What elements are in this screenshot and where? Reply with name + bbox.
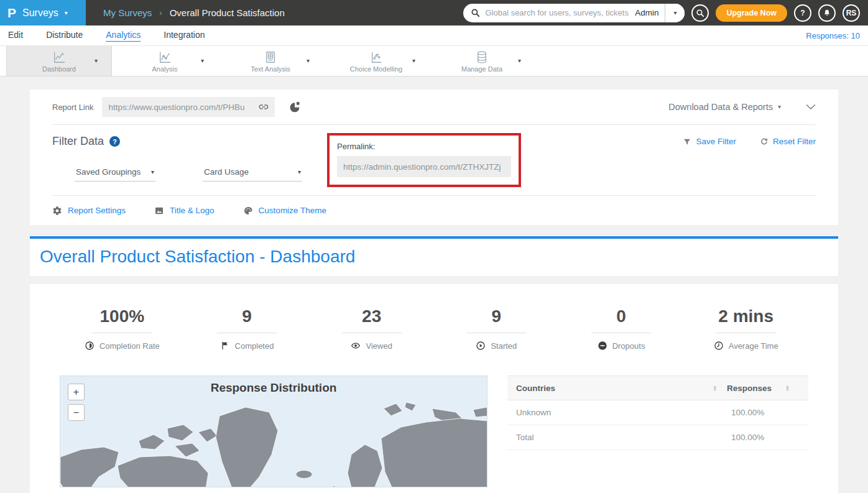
- stat-viewed: 23 Viewed: [309, 306, 434, 351]
- permalink-url: https://admin.questionpro.com/t/ZTHXJTZj: [343, 162, 501, 172]
- search-scope-dropdown[interactable]: ▾: [665, 4, 685, 22]
- filter-data-section: Filter Data ? Save Filter Res: [52, 125, 816, 195]
- card-usage-dropdown[interactable]: Card Usage ▾: [203, 165, 302, 182]
- country-cell: Total: [516, 433, 731, 442]
- map-and-table-row: Response Distribution + −: [60, 376, 808, 487]
- bell-icon: [823, 9, 831, 17]
- share-report-icon[interactable]: [289, 101, 301, 113]
- ribbon-item-manage-data[interactable]: Manage Data ▾: [429, 46, 535, 76]
- download-data-reports-menu[interactable]: Download Data & Reports ▾: [668, 102, 781, 112]
- stat-value: 9: [242, 306, 252, 326]
- survey-stats-row: 100% Completion Rate 9: [60, 306, 808, 351]
- saved-groupings-dropdown[interactable]: Saved Groupings ▾: [75, 165, 155, 182]
- choice-modelling-icon: [369, 49, 384, 64]
- sort-icon[interactable]: ▲▼: [713, 385, 717, 391]
- stat-value: 23: [362, 306, 381, 326]
- report-settings-link[interactable]: Report Settings: [52, 206, 126, 216]
- chevron-down-icon: ▾: [298, 169, 301, 175]
- collapse-panel-icon[interactable]: [806, 102, 816, 112]
- report-link-row: Report Link https://www.questionpro.com/…: [52, 90, 816, 124]
- chevron-down-icon[interactable]: ▾: [201, 58, 204, 64]
- search-icon: [696, 9, 704, 17]
- user-avatar[interactable]: RS: [843, 4, 860, 22]
- save-filter-button[interactable]: Save Filter: [683, 137, 736, 146]
- analysis-chart-icon: [157, 49, 172, 64]
- chevron-down-icon[interactable]: ▾: [518, 58, 521, 64]
- stat-completed: 9 Completed: [185, 306, 310, 351]
- title-logo-link[interactable]: Title & Logo: [154, 206, 215, 216]
- title-logo-label: Title & Logo: [170, 206, 215, 215]
- ribbon-item-text-analysis[interactable]: Text Analysis ▾: [218, 46, 323, 76]
- map-title: Response Distribution: [60, 381, 487, 395]
- stat-label-text: Viewed: [366, 341, 392, 351]
- stat-value: 9: [492, 306, 502, 326]
- stat-label-text: Dropouts: [612, 341, 645, 351]
- ribbon-item-dashboard[interactable]: Dashboard ▾: [6, 46, 112, 76]
- refresh-icon: [760, 137, 769, 146]
- minus-circle-icon: [598, 341, 607, 351]
- ribbon-label: Text Analysis: [251, 65, 290, 73]
- chevron-down-icon: ▾: [65, 10, 68, 16]
- image-icon: [154, 206, 164, 216]
- chevron-down-icon[interactable]: ▾: [95, 58, 98, 64]
- stat-label-text: Completion Rate: [99, 341, 160, 351]
- stat-value: 2 mins: [718, 306, 773, 326]
- stat-started: 9 Started: [434, 306, 559, 351]
- stat-completion-rate: 100% Completion Rate: [60, 306, 185, 351]
- text-analysis-icon: [263, 49, 278, 64]
- permalink-highlight-box: Permalink: https://admin.questionpro.com…: [327, 133, 521, 187]
- stat-label-text: Average Time: [729, 341, 778, 351]
- question-mark-icon: ?: [800, 9, 805, 17]
- filter-data-title: Filter Data: [52, 135, 104, 148]
- tab-edit[interactable]: Edit: [8, 30, 23, 41]
- table-row: Unknown 100.00%: [507, 400, 808, 425]
- reset-filter-button[interactable]: Reset Filter: [760, 137, 816, 146]
- help-button[interactable]: ?: [794, 4, 811, 22]
- ribbon-label: Manage Data: [461, 65, 502, 73]
- stat-average-time: 2 mins Average Time: [683, 306, 808, 351]
- global-search-input[interactable]: [485, 8, 629, 17]
- chevron-down-icon[interactable]: ▾: [307, 58, 310, 64]
- breadcrumb: My Surveys › Overall Product Satisfactio…: [103, 7, 285, 18]
- global-search: Admin ▾: [463, 4, 685, 22]
- report-link-field[interactable]: https://www.questionpro.com/t/PHBu: [102, 97, 275, 117]
- filter-help-icon[interactable]: ?: [109, 136, 120, 147]
- database-icon: [474, 49, 489, 64]
- saved-groupings-label: Saved Groupings: [76, 167, 141, 177]
- ribbon-item-analysis[interactable]: Analysis ▾: [112, 46, 218, 76]
- permalink-field[interactable]: https://admin.questionpro.com/t/ZTHXJTZj: [337, 156, 511, 177]
- product-switcher[interactable]: P Surveys ▾: [0, 0, 86, 25]
- download-data-reports-label: Download Data & Reports: [668, 102, 773, 112]
- product-name: Surveys: [22, 7, 58, 19]
- sort-icon[interactable]: ▲▼: [785, 385, 790, 391]
- world-map[interactable]: [60, 397, 487, 487]
- tab-integration[interactable]: Integration: [164, 30, 205, 41]
- advanced-search-button[interactable]: [691, 4, 709, 22]
- breadcrumb-parent-link[interactable]: My Surveys: [103, 7, 152, 18]
- breadcrumb-separator-icon: ›: [159, 8, 162, 17]
- upgrade-now-button[interactable]: Upgrade Now: [716, 4, 787, 22]
- stat-value: 0: [616, 306, 626, 326]
- countries-table-header: Countries ▲▼ Responses ▲▼: [507, 376, 808, 400]
- card-usage-label: Card Usage: [204, 167, 249, 177]
- tab-analytics[interactable]: Analytics: [106, 30, 141, 42]
- customize-theme-link[interactable]: Customize Theme: [243, 206, 326, 216]
- responses-column-header[interactable]: Responses: [727, 384, 780, 393]
- chevron-down-icon[interactable]: ▾: [412, 58, 415, 64]
- stat-dropouts: 0 Dropouts: [559, 306, 684, 351]
- ribbon-item-choice-modelling[interactable]: Choice Modelling ▾: [323, 46, 429, 76]
- chevron-down-icon: ▾: [151, 169, 154, 175]
- questionpro-logo: P: [7, 6, 16, 19]
- countries-column-header[interactable]: Countries: [516, 384, 708, 393]
- notifications-button[interactable]: [818, 4, 836, 22]
- reset-filter-label: Reset Filter: [773, 137, 816, 146]
- table-row: Total 100.00%: [507, 425, 808, 450]
- eye-icon: [351, 341, 361, 351]
- header-actions: Admin ▾ Upgrade Now ? RS: [463, 4, 868, 22]
- report-settings-card: Report Link https://www.questionpro.com/…: [30, 90, 838, 225]
- chevron-down-icon: ▾: [673, 10, 676, 16]
- search-scope-label: Admin: [629, 8, 665, 17]
- response-distribution-map: Response Distribution + −: [60, 376, 487, 487]
- tab-distribute[interactable]: Distribute: [46, 30, 83, 41]
- report-link-url: https://www.questionpro.com/t/PHBu: [108, 103, 257, 112]
